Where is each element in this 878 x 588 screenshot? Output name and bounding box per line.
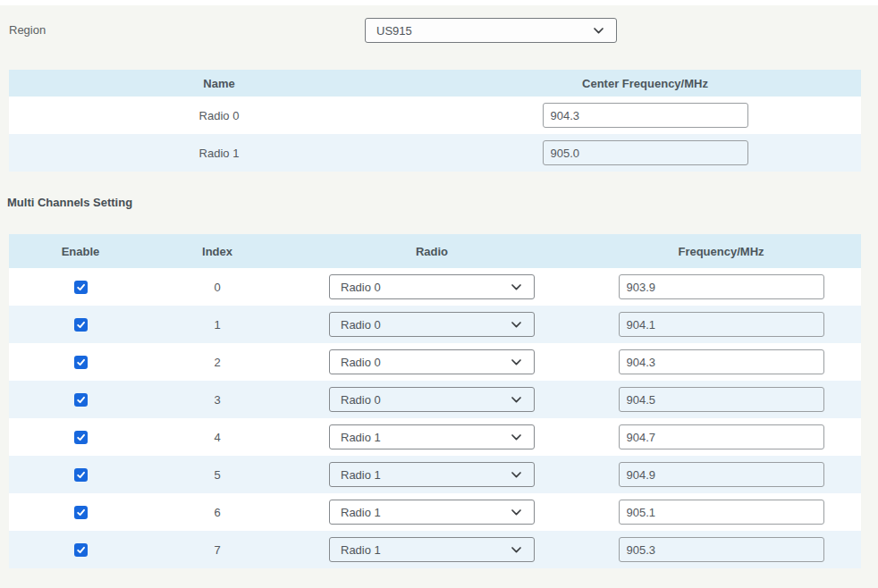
region-select-value: US915 [376,24,412,38]
radio-row: Radio 0 [9,97,861,134]
check-icon [76,508,86,517]
radio-select[interactable]: Radio 1 [329,537,535,562]
radio-select-value: Radio 1 [341,506,381,519]
multi-channels-header: Enable Index Radio Frequency/MHz [9,234,861,268]
chevron-down-icon [511,472,521,478]
frequency-input[interactable] [619,500,824,525]
radio-select-value: Radio 0 [341,318,381,332]
channel-row: 1 Radio 0 [9,306,861,343]
header-radio: Radio [283,245,581,258]
enable-checkbox[interactable] [74,431,88,444]
radio-name: Radio 1 [9,147,429,160]
check-icon [76,545,86,555]
check-icon [76,433,86,442]
enable-checkbox[interactable] [74,393,88,407]
region-select[interactable]: US915 [365,18,617,43]
frequency-input[interactable] [619,462,824,487]
channel-row: 0 Radio 0 [9,268,861,306]
chevron-down-icon [511,322,521,328]
radio-select[interactable]: Radio 1 [329,424,535,449]
channel-index: 2 [152,356,283,369]
enable-checkbox[interactable] [74,356,88,369]
header-center-frequency: Center Frequency/MHz [429,77,861,90]
chevron-down-icon [511,397,521,403]
frequency-input[interactable] [619,387,824,412]
radio-row: Radio 1 [9,134,861,172]
radio-select-value: Radio 1 [341,431,381,444]
channel-row: 3 Radio 0 [9,381,861,418]
channel-index: 6 [152,506,283,519]
radio-select[interactable]: Radio 0 [329,274,535,299]
center-frequency-input[interactable] [543,140,748,165]
channel-settings-page: Region US915 Name Center Frequency/MHz R… [0,0,878,588]
channel-row: 5 Radio 1 [9,456,861,493]
radio-select[interactable]: Radio 0 [329,387,535,412]
channel-index: 1 [152,318,283,332]
channel-row: 7 Radio 1 [9,531,861,568]
channel-index: 0 [152,281,283,294]
region-row: Region US915 [9,18,869,43]
header-enable: Enable [9,245,152,258]
enable-checkbox[interactable] [74,318,88,332]
frequency-input[interactable] [619,424,824,449]
radio-select-value: Radio 1 [341,468,381,482]
chevron-down-icon [511,547,521,553]
channel-row: 4 Radio 1 [9,418,861,456]
check-icon [76,395,86,405]
channel-index: 4 [152,431,283,444]
chevron-down-icon [594,28,604,34]
frequency-input[interactable] [619,349,824,374]
radio-select[interactable]: Radio 1 [329,462,535,487]
header-index: Index [152,245,283,258]
frequency-input[interactable] [619,274,824,299]
check-icon [76,470,86,480]
region-label: Region [9,23,46,37]
enable-checkbox[interactable] [74,468,88,482]
header-frequency: Frequency/MHz [581,245,861,258]
header-name: Name [9,77,429,90]
radio-select-value: Radio 0 [341,393,381,407]
channel-index: 3 [152,393,283,407]
channel-row: 6 Radio 1 [9,493,861,531]
radio-name: Radio 0 [9,109,429,122]
chevron-down-icon [511,284,521,290]
radio-select[interactable]: Radio 0 [329,349,535,374]
radio-select-value: Radio 0 [341,281,381,294]
multi-channels-table: Enable Index Radio Frequency/MHz 0 Radio… [9,234,861,568]
frequency-input[interactable] [619,537,824,562]
check-icon [76,357,86,367]
enable-checkbox[interactable] [74,506,88,519]
channel-row: 2 Radio 0 [9,343,861,381]
channel-index: 5 [152,468,283,482]
chevron-down-icon [511,359,521,365]
radios-table-header: Name Center Frequency/MHz [9,70,861,97]
radio-select-value: Radio 1 [341,543,381,557]
radios-table: Name Center Frequency/MHz Radio 0 Radio … [9,70,861,172]
channel-index: 7 [152,543,283,557]
radio-select[interactable]: Radio 0 [329,312,535,337]
enable-checkbox[interactable] [74,543,88,557]
enable-checkbox[interactable] [74,281,88,294]
chevron-down-icon [511,509,521,516]
radio-select[interactable]: Radio 1 [329,500,535,525]
check-icon [76,320,86,330]
check-icon [76,282,86,292]
frequency-input[interactable] [619,312,824,337]
top-divider [0,0,878,5]
center-frequency-input[interactable] [543,103,748,128]
multi-channels-title: Multi Channels Setting [7,196,878,209]
chevron-down-icon [511,434,521,441]
radio-select-value: Radio 0 [341,356,381,369]
